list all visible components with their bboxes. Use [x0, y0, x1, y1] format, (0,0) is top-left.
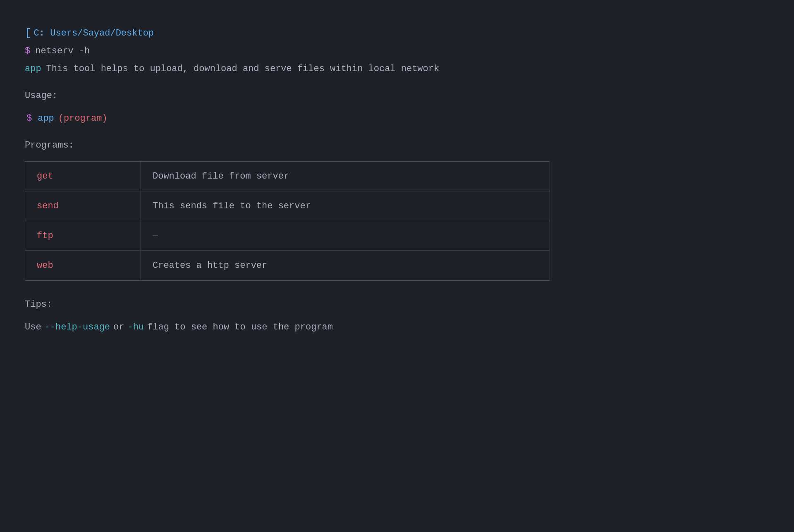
app-description: This tool helps to upload, download and … [46, 62, 440, 76]
path-line: [ C: Users/Sayad/Desktop [25, 25, 769, 42]
usage-program: (program) [58, 111, 108, 126]
entered-command: netserv -h [35, 44, 90, 58]
table-row: ftp — [25, 221, 550, 250]
cmd-name-send: send [37, 201, 59, 211]
programs-label: Programs: [25, 138, 769, 153]
cmd-name-get: get [37, 171, 53, 181]
cmd-cell-web: web [25, 251, 141, 281]
cmd-cell-ftp: ftp [25, 221, 141, 250]
app-description-line: app This tool helps to upload, download … [25, 62, 769, 76]
cmd-cell-send: send [25, 191, 141, 221]
tips-flag-2: -hu [127, 320, 144, 334]
bracket-icon: [ [25, 25, 31, 42]
desc-cell-send: This sends file to the server [141, 191, 550, 221]
desc-cell-get: Download file from server [141, 161, 550, 191]
programs-table: get Download file from server send This … [25, 161, 550, 281]
tips-plain-3: flag to see how to use the program [147, 320, 333, 334]
desc-cell-web: Creates a http server [141, 251, 550, 281]
programs-section: Programs: get Download file from server … [25, 138, 769, 281]
tips-plain-1: Use [25, 320, 41, 334]
tips-flag-1: --help-usage [45, 320, 110, 334]
terminal-window: [ C: Users/Sayad/Desktop $ netserv -h ap… [25, 17, 769, 343]
desc-cell-ftp: — [141, 221, 550, 250]
usage-app: app [38, 111, 54, 126]
tips-label: Tips: [25, 297, 769, 312]
tips-section: Tips: Use --help-usage or -hu flag to se… [25, 297, 769, 334]
cmd-desc-ftp: — [153, 231, 158, 241]
cmd-desc-web: Creates a http server [153, 260, 267, 271]
cmd-cell-get: get [25, 161, 141, 191]
prompt-dollar: $ [25, 44, 30, 58]
tips-content-line: Use --help-usage or -hu flag to see how … [25, 320, 769, 334]
table-row: web Creates a http server [25, 251, 550, 281]
table-row: send This sends file to the server [25, 191, 550, 221]
cmd-name-web: web [37, 260, 53, 271]
current-path: C: Users/Sayad/Desktop [34, 26, 154, 41]
cmd-name-ftp: ftp [37, 231, 53, 241]
command-line: $ netserv -h [25, 44, 769, 58]
usage-label: Usage: [25, 88, 769, 103]
cmd-desc-send: This sends file to the server [153, 201, 311, 211]
app-keyword: app [25, 62, 41, 76]
usage-syntax-line: $ app (program) [25, 111, 769, 126]
table-row: get Download file from server [25, 161, 550, 191]
cmd-desc-get: Download file from server [153, 171, 289, 181]
tips-plain-2: or [113, 320, 124, 334]
usage-dollar: $ [26, 111, 32, 126]
